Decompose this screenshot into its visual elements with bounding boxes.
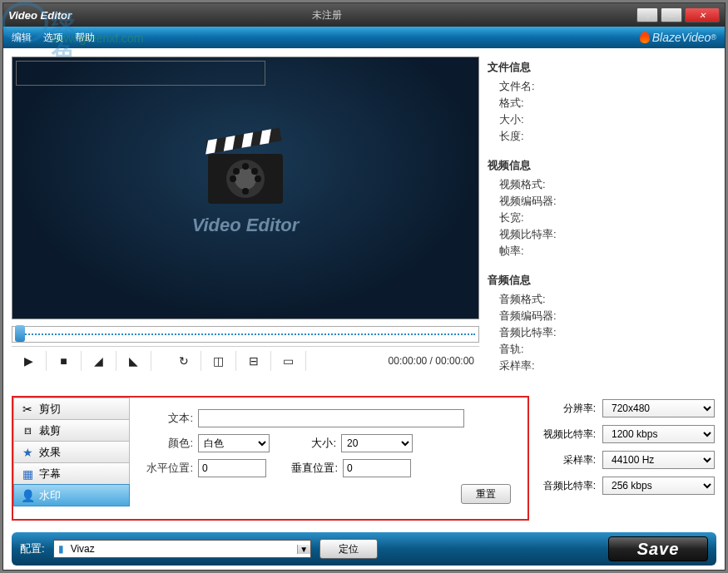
color-select[interactable]: 白色 (198, 434, 270, 452)
resolution-label: 分辨率: (537, 402, 596, 416)
app-title: Video Editor (8, 9, 304, 22)
edit-tabs: ✂剪切 ⧈裁剪 ★效果 ▦字幕 👤水印 (13, 398, 130, 519)
menubar: 编辑 选项 帮助 BlazeVideo® (3, 27, 725, 48)
profile-label: 配置: (20, 541, 45, 556)
play-button[interactable]: ▶ (12, 351, 47, 371)
registration-status: 未注册 (312, 8, 342, 22)
save-button[interactable]: Save (608, 536, 708, 561)
scissors-icon: ✂ (21, 403, 34, 416)
menu-options[interactable]: 选项 (43, 31, 63, 45)
clapperboard-icon (208, 141, 283, 203)
time-display: 00:00:00 / 00:00:00 (389, 355, 479, 367)
audio-bitrate-label: 音频比特率: (488, 324, 716, 341)
subtitle-icon: ▦ (21, 467, 34, 481)
fullscreen-button[interactable]: ▭ (271, 351, 306, 371)
text-label: 文本: (146, 411, 193, 426)
info-panel: 文件信息 文件名: 格式: 大小: 长度: 视频信息 视频格式: 视频编码器: … (488, 57, 716, 391)
tab-watermark[interactable]: 👤水印 (13, 484, 130, 506)
abitrate-select[interactable]: 256 kbps (602, 477, 715, 495)
crop-icon: ⧈ (21, 423, 34, 437)
file-name-label: 文件名: (488, 78, 716, 95)
mark-in-button[interactable]: ◢ (82, 351, 116, 371)
video-fps-label: 帧率: (488, 243, 716, 259)
audio-format-label: 音频格式: (488, 291, 716, 308)
size-select[interactable]: 20 (341, 434, 413, 452)
stop-button[interactable]: ■ (47, 351, 82, 371)
resolution-select[interactable]: 720x480 (602, 399, 715, 417)
flip-h-button[interactable]: ◫ (201, 351, 236, 371)
chevron-down-icon[interactable]: ▼ (297, 545, 310, 554)
size-label: 大小: (295, 436, 336, 451)
output-settings: 分辨率:720x480 视频比特率:1200 kbps 采样率:44100 Hz… (537, 391, 725, 521)
file-length-label: 长度: (488, 128, 716, 145)
edit-section: ✂剪切 ⧈裁剪 ★效果 ▦字幕 👤水印 文本: 颜色: 白色 大小: 20 (12, 396, 529, 521)
tab-crop[interactable]: ⧈裁剪 (13, 419, 130, 442)
vpos-label: 垂直位置: (291, 461, 338, 476)
audio-encoder-label: 音频编码器: (488, 308, 716, 324)
sample-select[interactable]: 44100 Hz (602, 451, 715, 469)
locate-button[interactable]: 定位 (319, 539, 378, 559)
menu-help[interactable]: 帮助 (75, 31, 95, 45)
selection-box[interactable] (16, 61, 265, 86)
timeline-slider[interactable] (12, 326, 479, 343)
tab-cut[interactable]: ✂剪切 (13, 398, 130, 420)
file-format-label: 格式: (488, 95, 716, 111)
video-format-label: 视频格式: (488, 176, 716, 193)
file-size-label: 大小: (488, 111, 716, 128)
timeline-handle[interactable] (15, 325, 25, 342)
vbitrate-label: 视频比特率: (537, 427, 596, 442)
preview-label: Video Editor (192, 215, 300, 236)
playback-controls: ▶ ■ ◢ ◣ ↻ ◫ ⊟ ▭ 00:00:00 / 00:00:00 (12, 346, 479, 371)
titlebar: Video Editor 未注册 ⇧ — ✕ (3, 3, 725, 27)
pin-button[interactable]: ⇧ (636, 7, 658, 22)
audio-track-label: 音轨: (488, 341, 716, 358)
close-button[interactable]: ✕ (685, 7, 720, 22)
abitrate-label: 音频比特率: (537, 479, 596, 493)
person-icon: 👤 (21, 489, 34, 502)
reset-button[interactable]: 重置 (461, 484, 511, 504)
bottom-bar: 配置: ▮ ▼ 定位 Save (12, 532, 716, 566)
color-label: 颜色: (146, 436, 193, 451)
hpos-input[interactable] (198, 459, 266, 477)
profile-select[interactable]: ▮ ▼ (53, 540, 311, 558)
audio-info-title: 音频信息 (488, 273, 716, 288)
file-info-title: 文件信息 (488, 60, 716, 75)
watermark-panel: 文本: 颜色: 白色 大小: 20 水平位置: 垂直位置: 重置 (130, 398, 527, 519)
sample-label: 采样率: (537, 453, 596, 467)
star-icon: ★ (21, 446, 34, 459)
vpos-input[interactable] (343, 459, 411, 477)
device-icon: ▮ (54, 543, 69, 555)
tab-effect[interactable]: ★效果 (13, 441, 130, 463)
menu-edit[interactable]: 编辑 (12, 31, 32, 45)
flip-v-button[interactable]: ⊟ (236, 351, 271, 371)
rotate-button[interactable]: ↻ (166, 351, 201, 371)
app-window: Video Editor 未注册 ⇧ — ✕ 编辑 选项 帮助 BlazeVid… (2, 2, 726, 571)
video-info-title: 视频信息 (488, 158, 716, 173)
brand-logo: BlazeVideo® (640, 31, 716, 44)
video-bitrate-label: 视频比特率: (488, 226, 716, 243)
mark-out-button[interactable]: ◣ (116, 351, 151, 371)
tab-subtitle[interactable]: ▦字幕 (13, 462, 130, 485)
vbitrate-select[interactable]: 1200 kbps (602, 425, 715, 443)
audio-sample-label: 采样率: (488, 358, 716, 374)
profile-value[interactable] (69, 541, 297, 557)
minimize-button[interactable]: — (661, 7, 682, 22)
video-preview: Video Editor (12, 57, 479, 319)
video-encoder-label: 视频编码器: (488, 193, 716, 210)
flame-icon (640, 32, 650, 43)
text-input[interactable] (198, 409, 464, 427)
hpos-label: 水平位置: (146, 461, 193, 476)
video-dimension-label: 长宽: (488, 210, 716, 226)
